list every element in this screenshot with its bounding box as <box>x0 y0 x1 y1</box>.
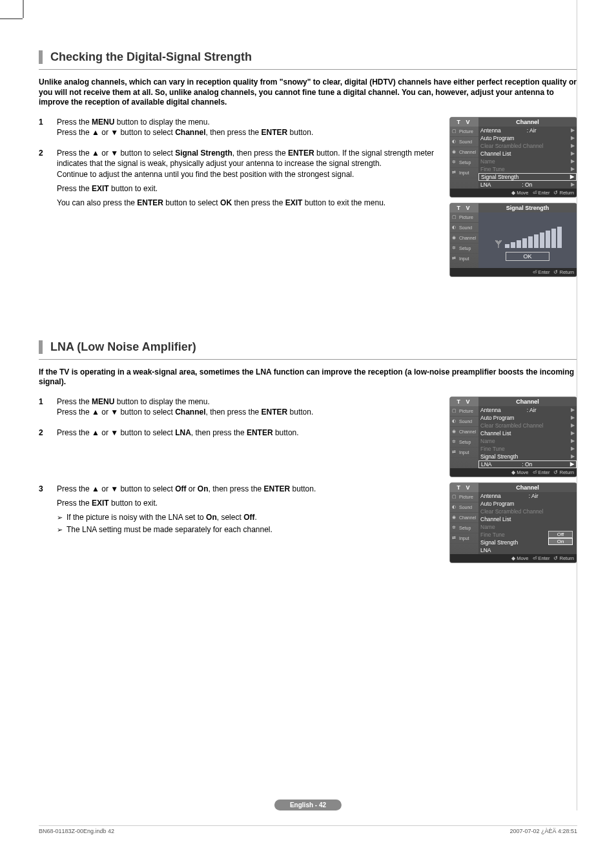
lna-on: On <box>548 538 573 545</box>
note-arrow-icon: ➢ <box>57 524 63 535</box>
side-sound: ◐Sound <box>450 502 478 513</box>
step-number: 1 <box>39 397 48 421</box>
side-input: ⇄Input <box>450 254 478 264</box>
side-picture: ▢Picture <box>450 127 478 137</box>
side-sound: ◐Sound <box>450 223 478 233</box>
hint-return: ↺ Return <box>553 269 574 275</box>
step-body: Press the MENU button to display the men… <box>57 397 440 421</box>
step-body: Press the ▲ or ▼ button to select Off or… <box>57 484 440 537</box>
side-input: ⇄Input <box>450 448 478 458</box>
side-setup: ✲Setup <box>450 437 478 448</box>
hint-enter: ⏎ Enter <box>533 555 550 561</box>
tv-menu-title: Channel <box>478 397 577 406</box>
hint-move: ◆ Move <box>511 469 528 475</box>
tv-label: T V <box>450 397 478 406</box>
lna-off: Off <box>548 531 573 538</box>
section-title-2: LNA (Low Noise Amplifier) <box>39 340 577 354</box>
hint-enter: ⏎ Enter <box>533 190 550 196</box>
hint-enter: ⏎ Enter <box>533 269 550 275</box>
step-number: 3 <box>39 484 48 537</box>
side-channel: ◉Channel <box>450 147 478 158</box>
hint-enter: ⏎ Enter <box>533 469 550 475</box>
hint-move: ◆ Move <box>511 555 528 561</box>
side-channel: ◉Channel <box>450 427 478 437</box>
note-arrow-icon: ➢ <box>57 512 63 522</box>
doc-file: BN68-01183Z-00Eng.indb 42 <box>39 828 114 834</box>
doc-date: 2007-07-02 ¿ÀÈÄ 4:28:51 <box>509 828 577 834</box>
side-picture: ▢Picture <box>450 406 478 417</box>
section-intro-1: Unlike analog channels, which can vary i… <box>39 77 577 108</box>
tv-menu-title: Channel <box>478 483 577 492</box>
side-setup: ✲Setup <box>450 243 478 254</box>
section-title-1: Checking the Digital-Signal Strength <box>39 50 577 64</box>
step-body: Press the ▲ or ▼ button to select LNA, t… <box>57 428 440 442</box>
side-channel: ◉Channel <box>450 513 478 523</box>
step-number: 2 <box>39 148 48 212</box>
side-setup: ✲Setup <box>450 158 478 168</box>
tv-menu-signal-strength: T V Signal Strength ▢Picture ◐Sound ◉Cha… <box>449 203 577 277</box>
side-setup: ✲Setup <box>450 523 478 533</box>
tv-label: T V <box>450 118 478 127</box>
tv-label: T V <box>450 203 478 212</box>
tv-label: T V <box>450 483 478 492</box>
page-number: English - 42 <box>274 800 342 810</box>
side-input: ⇄Input <box>450 533 478 544</box>
tv-menu-title: Channel <box>478 118 577 127</box>
tv-menu-channel-signal: T V Channel ▢Picture ◐Sound ◉Channel ✲Se… <box>449 117 577 198</box>
tv-menu-channel-lna-options: T V Channel ▢Picture ◐Sound ◉Channel ✲Se… <box>449 482 577 563</box>
lna-options: Off On <box>548 531 573 545</box>
side-sound: ◐Sound <box>450 137 478 147</box>
side-picture: ▢Picture <box>450 492 478 502</box>
hint-return: ↺ Return <box>553 555 574 561</box>
side-picture: ▢Picture <box>450 212 478 223</box>
antenna-icon <box>494 239 503 248</box>
hint-return: ↺ Return <box>553 469 574 475</box>
signal-bars <box>505 226 562 248</box>
hint-move: ◆ Move <box>511 190 528 196</box>
tv-menu-title: Signal Strength <box>478 203 577 212</box>
side-channel: ◉Channel <box>450 233 478 243</box>
step-body: Press the MENU button to display the men… <box>57 117 440 141</box>
side-sound: ◐Sound <box>450 417 478 427</box>
step-body: Press the ▲ or ▼ button to select Signal… <box>57 148 440 212</box>
ok-button: OK <box>506 252 549 261</box>
tv-menu-channel-lna: T V Channel ▢Picture ◐Sound ◉Channel ✲Se… <box>449 397 577 477</box>
step-number: 1 <box>39 117 48 141</box>
side-input: ⇄Input <box>450 168 478 178</box>
section-intro-2: If the TV is operating in a weak-signal … <box>39 367 577 387</box>
step-number: 2 <box>39 428 48 442</box>
hint-return: ↺ Return <box>553 190 574 196</box>
